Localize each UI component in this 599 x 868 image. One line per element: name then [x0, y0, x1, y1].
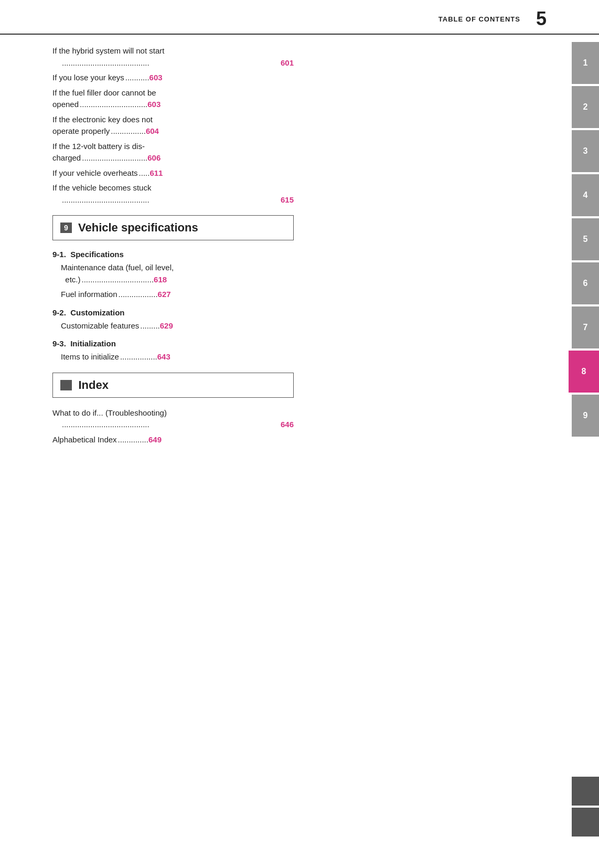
sidebar-tab-6[interactable]: 6: [572, 262, 599, 304]
toc-page: 649: [148, 435, 162, 444]
toc-entry-hybrid-not-start: If the hybrid system will not start ....…: [52, 45, 294, 69]
index-badge: ■: [60, 380, 72, 390]
toc-entry-customizable: Customizable features .........629: [52, 320, 294, 332]
section9-badge: 9: [60, 223, 72, 233]
toc-page: 603: [149, 73, 163, 82]
index-header-box: ■ Index: [52, 373, 294, 398]
sidebar-tab-bottom-1[interactable]: [572, 777, 599, 806]
index-title: Index: [78, 378, 108, 392]
toc-dots: ........................................: [62, 419, 280, 431]
toc-text: If your vehicle overheats: [52, 167, 138, 179]
sidebar-tab-8-label: 8: [582, 367, 586, 376]
toc-text: Alphabetical Index: [52, 434, 117, 446]
sidebar-tab-bottom-2[interactable]: [572, 808, 599, 837]
page-header: TABLE OF CONTENTS 5: [0, 0, 599, 35]
toc-dots: .....611: [139, 167, 293, 179]
sidebar-tab-7-label: 7: [583, 323, 588, 332]
sidebar: 1 2 3 4 5 6 7 8 9: [562, 31, 599, 439]
toc-entry-electronic-key: If the electronic key does not operate p…: [52, 114, 294, 137]
toc-dots: .........629: [140, 320, 293, 332]
toc-text: What to do if... (Troubleshooting): [52, 408, 167, 417]
page-number: 5: [536, 9, 547, 28]
section9-title: Vehicle specifications: [78, 221, 198, 235]
section9-header-box: 9 Vehicle specifications: [52, 215, 294, 240]
toc-dots: ........................................: [62, 194, 280, 206]
subsection-9-1-heading: 9-1. Specifications: [52, 250, 294, 259]
toc-page: 629: [160, 321, 173, 330]
subsection-9-3-heading: 9-3. Initialization: [52, 339, 294, 348]
sidebar-tab-4-label: 4: [583, 190, 588, 200]
toc-dots: ..............................606: [82, 152, 293, 164]
toc-text-indent: opened: [52, 99, 79, 111]
toc-page: 627: [158, 290, 171, 299]
toc-dots: ...............................603: [80, 99, 293, 111]
sidebar-tab-3-label: 3: [583, 146, 588, 156]
sidebar-tab-3[interactable]: 3: [572, 130, 599, 172]
toc-text: If you lose your keys: [52, 72, 124, 84]
toc-text: Items to initialize: [61, 351, 119, 363]
toc-text: Customizable features: [61, 320, 139, 332]
sidebar-tab-5-label: 5: [583, 235, 588, 244]
toc-entry-battery: If the 12-volt battery is dis- charged .…: [52, 141, 294, 164]
toc-page: 618: [154, 275, 167, 284]
toc-text-indent: etc.): [61, 274, 81, 286]
sidebar-tab-9[interactable]: 9: [572, 395, 599, 437]
toc-entry-overheats: If your vehicle overheats .....611: [52, 167, 294, 179]
toc-dots: ...........603: [125, 72, 293, 84]
toc-text: If the electronic key does not: [52, 115, 153, 124]
toc-page: 606: [147, 153, 161, 162]
toc-page: 601: [281, 57, 294, 69]
toc-page: 646: [281, 419, 294, 431]
toc-text: Fuel information: [61, 289, 117, 301]
toc-dots: ..................627: [119, 289, 293, 301]
sidebar-tab-4[interactable]: 4: [572, 174, 599, 216]
sidebar-tab-1-label: 1: [583, 58, 588, 68]
header-title: TABLE OF CONTENTS: [438, 15, 520, 23]
toc-entry-alphabetical: Alphabetical Index ..............649: [52, 434, 294, 446]
toc-page: 611: [149, 168, 163, 177]
toc-text: Maintenance data (fuel, oil level,: [61, 263, 174, 272]
toc-page: 643: [157, 352, 170, 361]
sidebar-tab-9-label: 9: [583, 411, 588, 420]
toc-text: If the hybrid system will not start: [52, 46, 164, 55]
toc-text-indent: charged: [52, 152, 81, 164]
sidebar-tab-2[interactable]: 2: [572, 86, 599, 128]
content-area: If the hybrid system will not start ....…: [0, 35, 325, 470]
toc-dots: .................643: [120, 351, 293, 363]
toc-page: 615: [281, 194, 294, 206]
sidebar-tab-8[interactable]: 8: [569, 351, 599, 393]
sidebar-tab-6-label: 6: [583, 279, 588, 288]
toc-text: If the 12-volt battery is dis-: [52, 142, 145, 151]
subsection-9-2-heading: 9-2. Customization: [52, 308, 294, 317]
toc-entry-troubleshooting: What to do if... (Troubleshooting) .....…: [52, 407, 294, 431]
sidebar-tab-7[interactable]: 7: [572, 306, 599, 348]
main-content: If the hybrid system will not start ....…: [0, 35, 599, 470]
toc-page: 604: [146, 126, 159, 135]
toc-entry-fuel-filler: If the fuel filler door cannot be opened…: [52, 87, 294, 111]
toc-entry-fuel-info: Fuel information ..................627: [52, 289, 294, 301]
toc-text-indent: operate properly: [52, 125, 110, 137]
toc-entry-stuck: If the vehicle becomes stuck ...........…: [52, 182, 294, 206]
toc-dots: ................604: [111, 125, 293, 137]
toc-entry-maintenance: Maintenance data (fuel, oil level, etc.)…: [52, 262, 294, 285]
toc-entry-lose-keys: If you lose your keys ...........603: [52, 72, 294, 84]
toc-text: If the vehicle becomes stuck: [52, 183, 151, 192]
toc-dots: .................................618: [82, 274, 293, 286]
sidebar-tab-5[interactable]: 5: [572, 218, 599, 260]
sidebar-tab-2-label: 2: [583, 102, 588, 112]
toc-page: 603: [147, 100, 161, 109]
toc-text: If the fuel filler door cannot be: [52, 88, 156, 97]
sidebar-tab-1[interactable]: 1: [572, 42, 599, 84]
toc-dots: ..............649: [118, 434, 293, 446]
toc-entry-items-init: Items to initialize .................643: [52, 351, 294, 363]
sidebar-bottom: [572, 777, 599, 837]
toc-dots: ........................................: [62, 57, 280, 69]
